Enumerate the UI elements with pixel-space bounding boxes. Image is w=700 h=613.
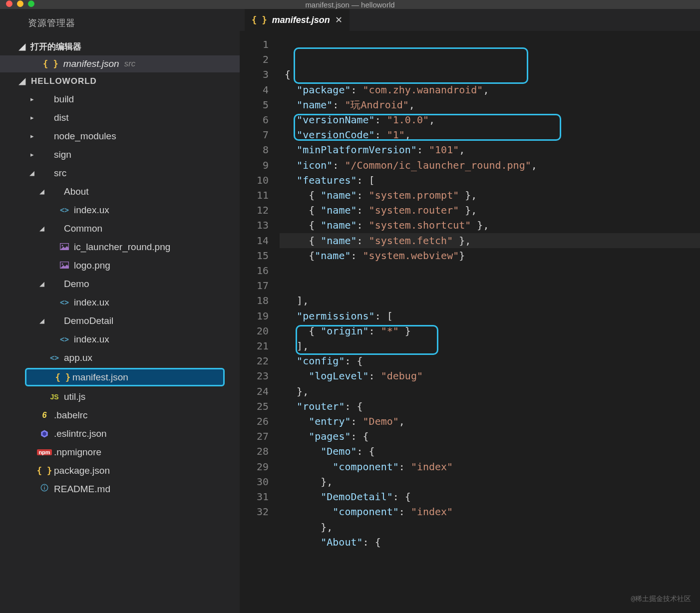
project-header[interactable]: ◢ HELLOWORLD: [0, 72, 240, 90]
chevron-right-icon: ▸: [29, 151, 35, 158]
code-file-icon: <>: [60, 206, 69, 215]
line-number: 11: [240, 188, 269, 203]
code-line[interactable]: "features": [: [285, 173, 700, 188]
chevron-down-icon: ◢: [19, 41, 25, 52]
code-line[interactable]: "versionCode": "1",: [285, 127, 700, 142]
tree-folder[interactable]: ◢Demo: [0, 275, 240, 293]
line-number: 14: [240, 233, 269, 248]
tree-file[interactable]: README.md: [0, 480, 240, 498]
code-file-icon: <>: [60, 335, 69, 344]
tree-folder[interactable]: ▸dist: [0, 108, 240, 127]
project-name: HELLOWORLD: [31, 76, 97, 86]
window-controls: [6, 0, 34, 7]
code-line[interactable]: "package": "com.zhy.wanandroid",: [285, 82, 700, 97]
code-line[interactable]: ],: [285, 338, 700, 353]
tab-manifest-json[interactable]: { } manifest.json ✕: [245, 9, 350, 31]
code-line[interactable]: { "origin": "*" }: [285, 323, 700, 338]
tree-file[interactable]: { }manifest.json: [25, 368, 225, 386]
line-number: 16: [240, 263, 269, 278]
code-line[interactable]: "icon": "/Common/ic_launcher_round.png",: [285, 158, 700, 173]
tree-folder[interactable]: ◢About: [0, 182, 240, 201]
tree-file[interactable]: { }package.json: [0, 461, 240, 480]
code-line[interactable]: "name": "玩Android",: [285, 97, 700, 112]
explorer-sidebar: 资源管理器 ◢ 打开的编辑器 { } manifest.json src ◢ H…: [0, 9, 240, 613]
code-line[interactable]: { "name": "system.router" },: [285, 203, 700, 218]
tree-folder[interactable]: ◢DemoDetail: [0, 311, 240, 330]
code-line[interactable]: "pages": {: [285, 429, 700, 444]
close-tab-icon[interactable]: ✕: [335, 14, 343, 25]
tree-item-label: build: [54, 94, 74, 105]
code-content[interactable]: { "package": "com.zhy.wanandroid", "name…: [280, 31, 700, 613]
tree-folder[interactable]: ◢src: [0, 164, 240, 182]
open-editor-filename: manifest.json: [63, 58, 119, 69]
tree-file[interactable]: ic_launcher_round.png: [0, 238, 240, 256]
chevron-right-icon: ▸: [29, 132, 35, 140]
tree-folder[interactable]: ◢Common: [0, 219, 240, 238]
code-line[interactable]: {: [285, 67, 700, 82]
tree-file[interactable]: <>index.ux: [0, 330, 240, 348]
code-line[interactable]: "config": {: [285, 353, 700, 368]
titlebar: manifest.json — helloworld: [0, 0, 700, 9]
tree-folder[interactable]: ▸sign: [0, 145, 240, 164]
tree-item-label: package.json: [54, 465, 110, 476]
code-editor[interactable]: 1234567891011121314151617181920212223242…: [240, 31, 700, 613]
close-window-button[interactable]: [6, 0, 12, 7]
line-number: 4: [240, 82, 269, 97]
line-number: 6: [240, 112, 269, 127]
code-line[interactable]: [285, 278, 700, 293]
json-icon: { }: [55, 372, 71, 382]
tree-file[interactable]: <>index.ux: [0, 201, 240, 219]
line-number: 10: [240, 173, 269, 188]
code-line[interactable]: { "name": "system.prompt" },: [285, 188, 700, 203]
tree-file[interactable]: 6.babelrc: [0, 406, 240, 424]
tree-folder[interactable]: ▸build: [0, 90, 240, 108]
tree-file[interactable]: <>index.ux: [0, 293, 240, 311]
code-line[interactable]: { "name": "system.shortcut" },: [285, 218, 700, 233]
chevron-right-icon: ▸: [29, 114, 35, 121]
line-number: 26: [240, 414, 269, 429]
eslint-file-icon: [40, 429, 49, 438]
tree-file[interactable]: JSutil.js: [0, 387, 240, 406]
line-number: 25: [240, 399, 269, 414]
open-editors-header[interactable]: ◢ 打开的编辑器: [0, 38, 240, 55]
code-line[interactable]: {"name": "system.webview"}: [285, 248, 700, 263]
code-line[interactable]: "About": {: [285, 535, 700, 550]
code-line[interactable]: "component": "index": [285, 459, 700, 474]
tab-label: manifest.json: [272, 15, 330, 25]
file-tree: ▸build▸dist▸node_modules▸sign◢src◢About<…: [0, 90, 240, 613]
code-line[interactable]: "Demo": {: [285, 444, 700, 459]
code-line[interactable]: "router": {: [285, 399, 700, 414]
tree-folder[interactable]: ▸node_modules: [0, 127, 240, 145]
tree-item-label: logo.png: [74, 260, 110, 271]
line-number: 32: [240, 504, 269, 519]
tree-item-label: Demo: [64, 279, 89, 290]
code-line[interactable]: "logLevel": "debug": [285, 368, 700, 383]
line-number: 5: [240, 97, 269, 112]
line-number: 9: [240, 158, 269, 173]
code-line[interactable]: },: [285, 520, 700, 535]
tree-file[interactable]: npm.npmignore: [0, 443, 240, 461]
code-line[interactable]: { "name": "system.fetch" },: [285, 233, 700, 248]
code-line[interactable]: },: [285, 474, 700, 489]
code-line[interactable]: "entry": "Demo",: [285, 414, 700, 429]
maximize-window-button[interactable]: [28, 0, 34, 7]
line-number: 27: [240, 429, 269, 444]
tree-file[interactable]: .eslintrc.json: [0, 424, 240, 443]
code-line[interactable]: },: [285, 384, 700, 399]
tree-item-label: sign: [54, 149, 71, 160]
code-line[interactable]: "versionName": "1.0.0",: [285, 112, 700, 127]
minimize-window-button[interactable]: [17, 0, 23, 7]
tree-file[interactable]: <>app.ux: [0, 348, 240, 367]
code-line[interactable]: ],: [285, 293, 700, 308]
code-line[interactable]: "minPlatformVersion": "101",: [285, 142, 700, 157]
open-editor-item[interactable]: { } manifest.json src: [0, 55, 240, 72]
chevron-down-icon: ◢: [39, 280, 45, 288]
code-line[interactable]: "permissions": [: [285, 308, 700, 323]
code-line[interactable]: "component": "index": [285, 504, 700, 519]
code-line[interactable]: [285, 263, 700, 278]
npm-file-icon: npm: [37, 449, 51, 455]
svg-point-1: [62, 245, 63, 246]
tree-file[interactable]: logo.png: [0, 256, 240, 275]
code-line[interactable]: "DemoDetail": {: [285, 489, 700, 504]
line-number: 7: [240, 127, 269, 142]
